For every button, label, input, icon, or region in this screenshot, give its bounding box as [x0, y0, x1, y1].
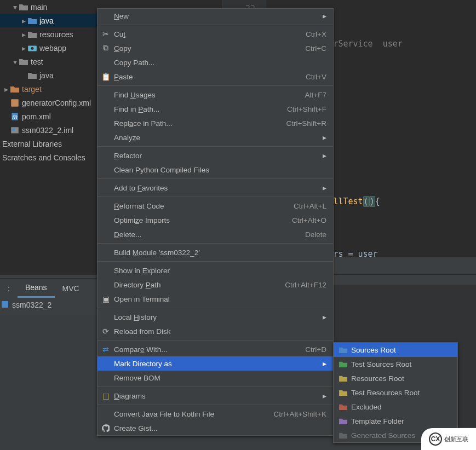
submenu-arrow-icon: ▸	[323, 359, 326, 368]
tree-label: generatorConfig.xml	[22, 99, 91, 107]
xml-file-icon	[10, 99, 20, 107]
tree-label: java	[39, 71, 54, 80]
expand-arrow-icon: ▾	[11, 57, 19, 66]
submenu-template-folder[interactable]: Template Folder	[334, 414, 457, 428]
terminal-icon: ▣	[101, 295, 111, 303]
github-icon	[101, 424, 111, 432]
menu-new[interactable]: New▸	[98, 9, 333, 23]
compare-icon: ⇄	[101, 345, 111, 354]
menu-paste[interactable]: 📋PasteCtrl+V	[98, 70, 333, 84]
menu-add-favorites[interactable]: Add to Favorites▸	[98, 181, 333, 195]
collapsed-arrow-icon: ▸	[20, 44, 27, 53]
web-folder-icon	[27, 44, 37, 53]
menu-separator	[98, 243, 333, 244]
submenu-arrow-icon: ▸	[323, 151, 326, 160]
sources-folder-icon	[27, 17, 37, 25]
context-menu: New▸ ✂CutCtrl+X ⧉CopyCtrl+C Copy Path...…	[97, 8, 334, 436]
menu-compare-with[interactable]: ⇄Compare With...Ctrl+D	[98, 342, 333, 356]
menu-find-in-path[interactable]: Find in Path...Ctrl+Shift+F	[98, 102, 333, 116]
test-resources-folder-icon	[338, 389, 348, 396]
cut-icon: ✂	[101, 30, 111, 38]
template-folder-icon	[338, 418, 348, 425]
submenu-sources-root[interactable]: Sources Root	[334, 343, 457, 357]
svg-text:m: m	[13, 113, 18, 120]
submenu-arrow-icon: ▸	[323, 133, 326, 142]
folder-icon	[19, 3, 28, 11]
expand-arrow-icon: ▾	[11, 3, 19, 11]
svg-rect-2	[11, 99, 19, 107]
submenu-excluded[interactable]: Excluded	[334, 400, 457, 414]
menu-separator	[98, 340, 333, 341]
menu-build-module[interactable]: Build Module 'ssm0322_2'	[98, 245, 333, 259]
menu-remove-bom[interactable]: Remove BOM	[98, 371, 333, 385]
menu-show-explorer[interactable]: Show in Explorer	[98, 263, 333, 278]
tree-label: target	[22, 85, 42, 94]
svg-point-1	[31, 47, 34, 50]
tab-unknown[interactable]: :	[0, 280, 18, 297]
folder-icon	[27, 31, 37, 38]
tab-mvc[interactable]: MVC	[55, 280, 87, 297]
excluded-folder-icon	[10, 85, 20, 93]
menu-reformat[interactable]: Reformat CodeCtrl+Alt+L	[98, 199, 333, 213]
submenu-test-sources-root[interactable]: Test Sources Root	[334, 357, 457, 371]
tree-label: resources	[39, 30, 73, 39]
tree-label: test	[31, 57, 43, 66]
menu-cut[interactable]: ✂CutCtrl+X	[98, 27, 333, 41]
submenu-arrow-icon: ▸	[323, 11, 326, 20]
submenu-test-resources-root[interactable]: Test Resources Root	[334, 385, 457, 400]
submenu-arrow-icon: ▸	[323, 391, 326, 400]
menu-local-history[interactable]: Local History▸	[98, 310, 333, 324]
test-sources-folder-icon	[338, 361, 348, 368]
tree-label: Scratches and Consoles	[2, 153, 85, 162]
tree-label: ssm0322_2.iml	[22, 126, 73, 135]
menu-create-gist[interactable]: Create Gist...	[98, 421, 333, 435]
reload-icon: ⟳	[101, 327, 111, 336]
copy-icon: ⧉	[101, 44, 111, 53]
menu-separator	[98, 85, 333, 86]
maven-file-icon: m	[10, 112, 20, 121]
logo-icon: CX	[429, 432, 442, 446]
submenu-resources-root[interactable]: Resources Root	[334, 371, 457, 385]
menu-replace-in-path[interactable]: Replace in Path...Ctrl+Shift+R	[98, 116, 333, 130]
module-icon	[1, 301, 9, 310]
tree-label: External Libraries	[2, 140, 62, 148]
excluded-folder-icon	[338, 403, 348, 411]
menu-separator	[98, 178, 333, 179]
menu-find-usages[interactable]: Find UsagesAlt+F7	[98, 88, 333, 102]
menu-separator	[98, 405, 333, 405]
svg-rect-5	[13, 128, 15, 131]
menu-mark-directory-as[interactable]: Mark Directory as▸	[98, 356, 333, 371]
menu-convert-kotlin[interactable]: Convert Java File to Kotlin FileCtrl+Alt…	[98, 407, 333, 421]
tree-label: webapp	[39, 44, 66, 53]
diagram-icon: ◫	[101, 391, 111, 400]
folder-icon	[27, 72, 37, 79]
menu-clean-python[interactable]: Clean Python Compiled Files	[98, 163, 333, 177]
menu-separator	[98, 197, 333, 197]
svg-rect-6	[2, 301, 8, 308]
menu-separator	[98, 308, 333, 308]
menu-copy-path[interactable]: Copy Path...	[98, 55, 333, 70]
menu-separator	[98, 386, 333, 387]
menu-reload-disk[interactable]: ⟳Reload from Disk	[98, 324, 333, 338]
menu-separator	[98, 25, 333, 25]
menu-open-terminal[interactable]: ▣Open in Terminal	[98, 292, 333, 306]
menu-diagrams[interactable]: ◫Diagrams▸	[98, 389, 333, 403]
menu-refactor[interactable]: Refactor▸	[98, 148, 333, 163]
collapsed-arrow-icon: ▸	[20, 16, 27, 25]
menu-separator	[98, 146, 333, 147]
sources-folder-icon	[338, 347, 348, 354]
menu-copy[interactable]: ⧉CopyCtrl+C	[98, 41, 333, 55]
watermark-logo: CX 创新互联	[421, 428, 476, 450]
module-file-icon	[10, 126, 20, 135]
submenu-arrow-icon: ▸	[323, 183, 326, 192]
menu-optimize-imports[interactable]: Optimize ImportsCtrl+Alt+O	[98, 213, 333, 227]
submenu-arrow-icon: ▸	[323, 313, 326, 321]
collapsed-arrow-icon: ▸	[2, 85, 10, 94]
tab-beans[interactable]: Beans	[18, 279, 55, 298]
menu-directory-path[interactable]: Directory PathCtrl+Alt+F12	[98, 278, 333, 292]
paste-icon: 📋	[101, 72, 111, 81]
menu-analyze[interactable]: Analyze▸	[98, 130, 333, 145]
menu-delete[interactable]: Delete...Delete	[98, 227, 333, 241]
collapsed-arrow-icon: ▸	[20, 30, 27, 39]
tree-label: pom.xml	[22, 112, 51, 121]
